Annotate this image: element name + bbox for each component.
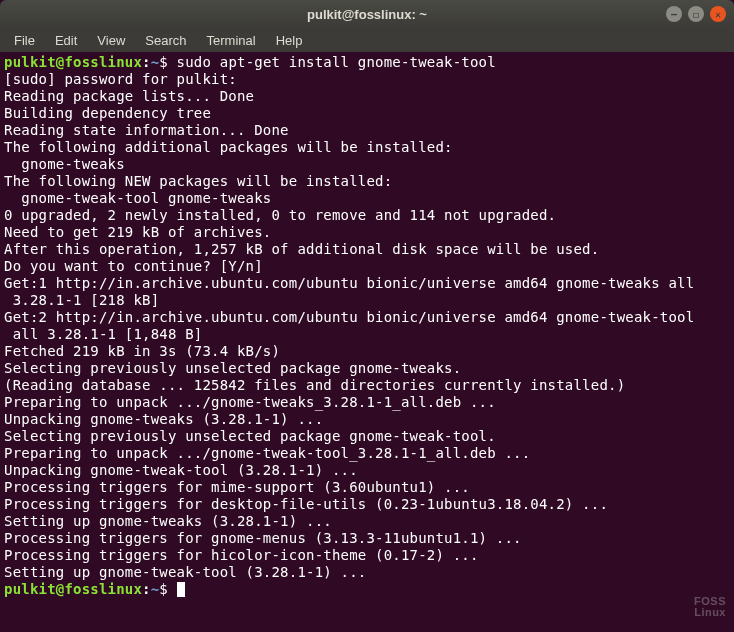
- output-line: Processing triggers for mime-support (3.…: [4, 479, 730, 496]
- prompt-dollar: $: [159, 581, 176, 597]
- output-line: all 3.28.1-1 [1,848 B]: [4, 326, 730, 343]
- menubar: File Edit View Search Terminal Help: [0, 28, 734, 52]
- prompt-line: pulkit@fosslinux:~$ sudo apt-get install…: [4, 54, 730, 71]
- watermark-line2: Linux: [694, 607, 726, 618]
- watermark: FOSS Linux: [694, 596, 726, 618]
- menu-view[interactable]: View: [89, 31, 133, 50]
- output-line: Unpacking gnome-tweaks (3.28.1-1) ...: [4, 411, 730, 428]
- prompt-dollar: $: [159, 54, 176, 70]
- output-line: Processing triggers for gnome-menus (3.1…: [4, 530, 730, 547]
- prompt-colon: :: [142, 54, 151, 70]
- output-line: Selecting previously unselected package …: [4, 428, 730, 445]
- output-line: Reading package lists... Done: [4, 88, 730, 105]
- output-line: Fetched 219 kB in 3s (73.4 kB/s): [4, 343, 730, 360]
- maximize-button[interactable]: ◻: [688, 6, 704, 22]
- output-line: 0 upgraded, 2 newly installed, 0 to remo…: [4, 207, 730, 224]
- output-line: 3.28.1-1 [218 kB]: [4, 292, 730, 309]
- output-line: (Reading database ... 125842 files and d…: [4, 377, 730, 394]
- output-line: gnome-tweak-tool gnome-tweaks: [4, 190, 730, 207]
- menu-terminal[interactable]: Terminal: [199, 31, 264, 50]
- window-controls: ‒ ◻ ✕: [666, 6, 726, 22]
- output-line: Do you want to continue? [Y/n]: [4, 258, 730, 275]
- command-text: sudo apt-get install gnome-tweak-tool: [177, 54, 496, 70]
- menu-file[interactable]: File: [6, 31, 43, 50]
- output-line: Unpacking gnome-tweak-tool (3.28.1-1) ..…: [4, 462, 730, 479]
- output-line: Need to get 219 kB of archives.: [4, 224, 730, 241]
- output-line: Preparing to unpack .../gnome-tweak-tool…: [4, 445, 730, 462]
- output-line: After this operation, 1,257 kB of additi…: [4, 241, 730, 258]
- prompt-line: pulkit@fosslinux:~$: [4, 581, 730, 598]
- close-button[interactable]: ✕: [710, 6, 726, 22]
- window-title: pulkit@fosslinux: ~: [8, 7, 726, 22]
- output-line: Building dependency tree: [4, 105, 730, 122]
- output-line: Get:1 http://in.archive.ubuntu.com/ubunt…: [4, 275, 730, 292]
- output-line: Selecting previously unselected package …: [4, 360, 730, 377]
- output-line: [sudo] password for pulkit:: [4, 71, 730, 88]
- prompt-user-host: pulkit@fosslinux: [4, 54, 142, 70]
- menu-help[interactable]: Help: [268, 31, 311, 50]
- menu-search[interactable]: Search: [137, 31, 194, 50]
- output-line: Processing triggers for desktop-file-uti…: [4, 496, 730, 513]
- titlebar: pulkit@fosslinux: ~ ‒ ◻ ✕: [0, 0, 734, 28]
- minimize-button[interactable]: ‒: [666, 6, 682, 22]
- output-line: Processing triggers for hicolor-icon-the…: [4, 547, 730, 564]
- menu-edit[interactable]: Edit: [47, 31, 85, 50]
- output-line: gnome-tweaks: [4, 156, 730, 173]
- prompt-colon: :: [142, 581, 151, 597]
- output-line: Preparing to unpack .../gnome-tweaks_3.2…: [4, 394, 730, 411]
- output-line: Setting up gnome-tweak-tool (3.28.1-1) .…: [4, 564, 730, 581]
- output-line: Setting up gnome-tweaks (3.28.1-1) ...: [4, 513, 730, 530]
- prompt-user-host: pulkit@fosslinux: [4, 581, 142, 597]
- cursor: [177, 582, 185, 597]
- output-line: The following additional packages will b…: [4, 139, 730, 156]
- terminal-output[interactable]: pulkit@fosslinux:~$ sudo apt-get install…: [0, 52, 734, 632]
- output-line: Get:2 http://in.archive.ubuntu.com/ubunt…: [4, 309, 730, 326]
- output-line: Reading state information... Done: [4, 122, 730, 139]
- output-line: The following NEW packages will be insta…: [4, 173, 730, 190]
